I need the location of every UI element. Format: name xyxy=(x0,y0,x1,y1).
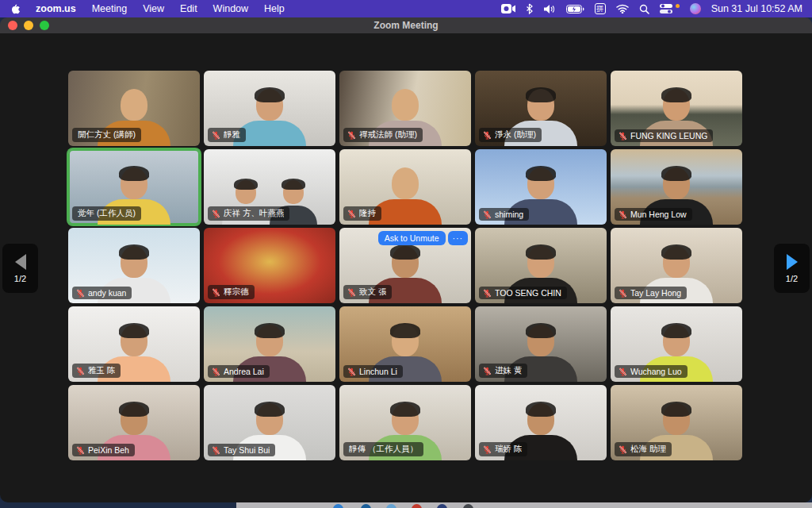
participant-name: 雅玉 陈 xyxy=(88,365,115,376)
page-indicator: 1/2 xyxy=(14,274,26,283)
participant-name-label: Tay Lay Hong xyxy=(615,287,687,299)
participant-name: TOO SENG CHIN xyxy=(495,288,561,298)
menu-items: zoom.us Meeting View Edit Window Help xyxy=(28,0,293,17)
participant-name-label: PeiXin Beh xyxy=(72,444,135,456)
menu-zoom-us[interactable]: zoom.us xyxy=(28,0,84,17)
notification-dot xyxy=(676,4,680,8)
dock-app-icon[interactable] xyxy=(386,504,396,508)
participant-name-label: Linchun Li xyxy=(343,365,403,378)
participant-tile[interactable]: 进妹 黄 xyxy=(475,306,607,382)
participant-name: 庆祥 方、叶燕燕 xyxy=(224,208,284,219)
previous-page-button[interactable]: 1/2 xyxy=(2,244,38,293)
menu-edit[interactable]: Edit xyxy=(172,0,205,17)
dock-app-icon[interactable] xyxy=(333,504,343,508)
participant-tile[interactable]: Tay Lay Hong xyxy=(611,228,742,303)
ask-to-unmute-button[interactable]: Ask to Unmute xyxy=(378,231,446,245)
participant-name: 禪戒法師 (助理) xyxy=(359,129,417,140)
participant-name: andy kuan xyxy=(88,288,126,298)
window-title-bar: Zoom Meeting xyxy=(0,17,812,33)
participant-tile[interactable]: TOO SENG CHIN xyxy=(475,228,607,303)
dock-app-icon[interactable] xyxy=(463,504,473,508)
participant-tile[interactable]: Wuchang Luo xyxy=(611,306,742,382)
siri-icon[interactable] xyxy=(690,3,701,14)
menu-meeting[interactable]: Meeting xyxy=(84,0,135,17)
chevron-right-icon xyxy=(787,254,798,270)
participant-tile[interactable]: 隆持 xyxy=(339,149,471,225)
muted-mic-icon xyxy=(619,132,627,140)
participant-tile[interactable]: FUNG KING LEUNG xyxy=(611,71,742,146)
participant-tile[interactable]: 禪戒法師 (助理) xyxy=(339,71,471,146)
menu-window[interactable]: Window xyxy=(205,0,256,17)
participant-tile[interactable]: Linchun Li xyxy=(339,306,471,382)
participant-name-label: 禪戒法師 (助理) xyxy=(343,128,423,142)
participant-tile[interactable]: Andrea Lai xyxy=(204,306,335,382)
participant-name: Andrea Lai xyxy=(224,367,264,376)
muted-mic-icon xyxy=(76,367,85,375)
participant-tile[interactable]: 致文 張 Ask to Unmute··· xyxy=(339,228,471,303)
participant-name-label: 庆祥 方、叶燕燕 xyxy=(208,206,289,221)
page-indicator: 1/2 xyxy=(786,274,798,283)
participant-name: Wuchang Luo xyxy=(630,367,682,376)
muted-mic-icon xyxy=(483,445,492,454)
battery-icon[interactable] xyxy=(566,5,584,13)
participant-name-label: andy kuan xyxy=(72,287,132,299)
participant-tile[interactable]: 庆祥 方、叶燕燕 xyxy=(204,149,335,225)
menu-bar-clock[interactable]: Sun 31 Jul 10:52 AM xyxy=(711,3,802,14)
participant-tile[interactable]: PeiXin Beh xyxy=(68,385,200,460)
input-method-icon[interactable]: 拼 xyxy=(595,3,606,14)
participant-tile[interactable]: 雅玉 陈 xyxy=(68,306,200,382)
participant-name: 淨永 (助理) xyxy=(495,129,536,140)
control-center-icon[interactable] xyxy=(660,4,672,13)
volume-icon[interactable] xyxy=(543,4,556,14)
participant-name-label: TOO SENG CHIN xyxy=(479,287,567,299)
participant-tile[interactable]: 松海 助理 xyxy=(611,385,742,460)
participant-name-label: 松海 助理 xyxy=(615,442,672,456)
window-title: Zoom Meeting xyxy=(0,20,812,31)
participant-name-label: 釋宗德 xyxy=(208,285,255,299)
apple-logo-icon[interactable] xyxy=(11,3,21,15)
participant-name: 致文 張 xyxy=(359,287,386,298)
participant-tile[interactable]: shiming xyxy=(475,149,607,225)
participant-name: shiming xyxy=(495,210,523,219)
participant-name-label: FUNG KING LEUNG xyxy=(615,129,713,142)
participant-name-label: 瑞娇 陈 xyxy=(479,442,527,456)
next-page-button[interactable]: 1/2 xyxy=(774,244,810,293)
muted-mic-icon xyxy=(619,445,627,454)
muted-mic-icon xyxy=(212,210,220,218)
muted-mic-icon xyxy=(347,210,356,218)
participant-name: 釋宗德 xyxy=(224,287,249,298)
dock-sliver[interactable] xyxy=(236,502,812,508)
participant-name: Tay Lay Hong xyxy=(630,288,681,298)
muted-mic-icon xyxy=(619,210,627,219)
participant-tile[interactable]: 瑞娇 陈 xyxy=(475,385,607,460)
dock-app-icon[interactable] xyxy=(361,504,371,508)
participant-tile[interactable]: 靜傳 （工作人員） xyxy=(339,385,471,460)
participant-name-label: 靜雅 xyxy=(208,128,246,142)
participant-tile[interactable]: 釋宗德 xyxy=(204,228,335,303)
muted-mic-icon xyxy=(347,131,356,140)
more-options-button[interactable]: ··· xyxy=(448,231,469,245)
menu-help[interactable]: Help xyxy=(256,0,293,17)
dock-app-icon[interactable] xyxy=(412,504,422,508)
participant-tile[interactable]: Tay Shui Bui xyxy=(204,385,335,460)
gallery-grid: 開仁方丈 (講師) 靜雅 禪戒法師 (助理) xyxy=(68,71,742,460)
participant-tile[interactable]: 靜雅 xyxy=(204,71,335,146)
participant-tile[interactable]: 開仁方丈 (講師) xyxy=(68,71,200,146)
search-icon[interactable] xyxy=(639,4,649,14)
participant-name-label: Mun Heng Low xyxy=(615,208,692,221)
muted-mic-icon xyxy=(212,131,220,140)
participant-tile[interactable]: 觉年 (工作人员) xyxy=(68,149,200,225)
menu-view[interactable]: View xyxy=(135,0,172,17)
participant-name: Tay Shui Bui xyxy=(224,445,270,455)
wifi-icon[interactable] xyxy=(616,4,629,13)
participant-name: 进妹 黄 xyxy=(495,365,522,376)
dock-app-icon[interactable] xyxy=(437,504,447,508)
participant-name-label: 觉年 (工作人员) xyxy=(72,206,141,221)
participant-tile[interactable]: Mun Heng Low xyxy=(611,149,742,225)
participant-tile[interactable]: 淨永 (助理) xyxy=(475,71,607,146)
participant-tile[interactable]: andy kuan xyxy=(68,228,200,303)
participant-name: Mun Heng Low xyxy=(630,210,687,219)
bluetooth-icon[interactable] xyxy=(526,3,533,14)
video-camera-icon[interactable] xyxy=(501,4,515,13)
participant-name-label: 開仁方丈 (講師) xyxy=(72,128,141,142)
